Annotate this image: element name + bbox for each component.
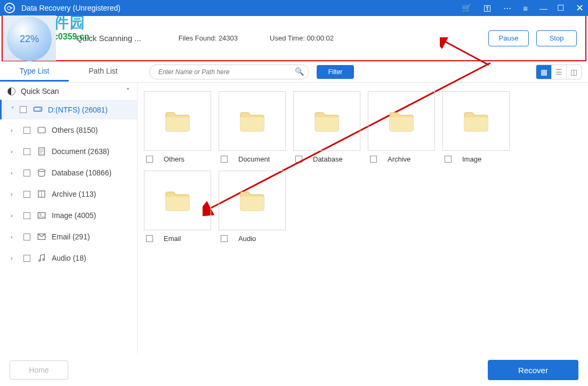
folder-checkbox[interactable] xyxy=(146,156,153,163)
folder-label: Image xyxy=(462,155,481,163)
chevron-right-icon[interactable]: › xyxy=(11,212,20,219)
filter-button[interactable]: Filter xyxy=(317,65,354,79)
tree-item-label: Archive (113) xyxy=(52,190,96,198)
tree-item-label: Document (2638) xyxy=(52,147,109,156)
folder-icon[interactable] xyxy=(368,91,435,151)
category-icon xyxy=(37,211,46,220)
tree-item-checkbox[interactable] xyxy=(23,212,30,219)
folder-checkbox[interactable] xyxy=(445,156,452,163)
tree-item[interactable]: ›Image (4005) xyxy=(0,205,137,226)
sidebar: Quick Scan ˅ ˅ D:(NTFS) (26081) ›Others … xyxy=(0,83,138,363)
tree-item-checkbox[interactable] xyxy=(23,191,30,198)
view-list-icon[interactable]: ☰ xyxy=(551,65,566,79)
svg-point-3 xyxy=(39,109,41,110)
search-input[interactable] xyxy=(149,65,309,79)
folder-icon[interactable] xyxy=(144,171,211,230)
folder-checkbox[interactable] xyxy=(370,156,377,163)
chevron-right-icon[interactable]: › xyxy=(11,148,20,155)
category-icon xyxy=(37,125,46,135)
window-title: Data Recovery (Unregistered) xyxy=(21,4,462,12)
chevron-down-icon[interactable]: ˅ xyxy=(126,87,130,95)
grid-folder[interactable]: Audio xyxy=(219,171,286,243)
tree-item[interactable]: ›Email (291) xyxy=(0,226,137,247)
category-icon xyxy=(37,232,46,242)
folder-label: Document xyxy=(238,155,270,163)
tree-item-label: Image (4005) xyxy=(52,211,96,220)
category-icon xyxy=(37,147,46,156)
tab-path-list[interactable]: Path List xyxy=(69,62,138,82)
key-icon[interactable]: ⚿ xyxy=(484,4,492,13)
tree-item-checkbox[interactable] xyxy=(23,148,30,155)
tree-item[interactable]: ›Database (10866) xyxy=(0,162,137,183)
main-panel: OthersDocumentDatabaseArchiveImageEmailA… xyxy=(138,83,588,363)
tree-item[interactable]: ›Document (2638) xyxy=(0,141,137,162)
view-detail-icon[interactable]: ◫ xyxy=(566,65,581,79)
folder-label: Archive xyxy=(388,155,410,163)
progress-orb: 22% xyxy=(3,15,56,61)
files-found: Files Found: 24303 xyxy=(179,34,238,42)
chevron-right-icon[interactable]: › xyxy=(11,127,20,133)
grid-folder[interactable]: Database xyxy=(293,91,360,163)
pause-button[interactable]: Pause xyxy=(488,30,529,46)
chevron-down-icon[interactable]: ˅ xyxy=(11,106,14,113)
feedback-icon[interactable]: ⋯ xyxy=(503,3,511,13)
grid-folder[interactable]: Image xyxy=(442,91,510,163)
chevron-right-icon[interactable]: › xyxy=(11,191,20,197)
folder-icon[interactable] xyxy=(219,91,286,151)
folder-checkbox[interactable] xyxy=(221,235,228,242)
svg-rect-4 xyxy=(38,127,45,133)
chevron-right-icon[interactable]: › xyxy=(11,170,20,176)
view-grid-icon[interactable]: ▦ xyxy=(536,65,551,79)
quick-scan-label: Quick Scan xyxy=(21,87,59,95)
tab-type-list[interactable]: Type List xyxy=(0,62,69,82)
tree-item[interactable]: ›Others (8150) xyxy=(0,119,137,141)
search-icon[interactable]: 🔍 xyxy=(295,67,304,76)
stop-button[interactable]: Stop xyxy=(536,30,577,46)
used-time: Used Time: 00:00:02 xyxy=(270,34,334,42)
titlebar: ⟳ Data Recovery (Unregistered) 🛒 ⚿ ⋯ ≡ —… xyxy=(0,0,588,16)
tree-item-checkbox[interactable] xyxy=(23,234,30,240)
search-box: 🔍 xyxy=(149,65,309,79)
folder-checkbox[interactable] xyxy=(221,156,228,163)
folder-label: Email xyxy=(164,235,181,243)
tree-item-label: Others (8150) xyxy=(52,126,98,134)
scan-status-bar: 迅载软件园 www.pc0359.cn 22% Quick Scanning .… xyxy=(2,16,586,61)
svg-point-16 xyxy=(43,259,44,260)
folder-icon[interactable] xyxy=(219,171,286,230)
tree-item[interactable]: ›Audio (18) xyxy=(0,247,137,269)
drive-checkbox[interactable] xyxy=(20,106,27,113)
cart-icon[interactable]: 🛒 xyxy=(462,3,472,13)
maximize-button[interactable]: ☐ xyxy=(557,3,564,13)
chevron-right-icon[interactable]: › xyxy=(11,234,20,240)
grid-folder[interactable]: Archive xyxy=(368,91,435,163)
svg-point-15 xyxy=(39,260,41,261)
tree-item-checkbox[interactable] xyxy=(23,127,30,134)
menu-icon[interactable]: ≡ xyxy=(523,4,528,13)
folder-checkbox[interactable] xyxy=(146,235,153,242)
grid-folder[interactable]: Email xyxy=(144,171,211,243)
half-circle-icon xyxy=(7,87,15,95)
tree-quick-scan[interactable]: Quick Scan ˅ xyxy=(0,83,137,100)
home-button[interactable]: Home xyxy=(10,360,68,380)
tree-item-checkbox[interactable] xyxy=(23,170,30,176)
tree-item[interactable]: ›Archive (113) xyxy=(0,183,137,205)
close-button[interactable]: ✕ xyxy=(576,2,584,14)
grid-folder[interactable]: Others xyxy=(144,91,211,163)
tree-item-checkbox[interactable] xyxy=(23,255,30,262)
category-icon xyxy=(37,168,46,178)
drive-icon xyxy=(33,104,43,115)
grid-folder[interactable]: Document xyxy=(219,91,286,163)
tree-drive[interactable]: ˅ D:(NTFS) (26081) xyxy=(0,100,137,119)
folder-icon[interactable] xyxy=(442,91,510,151)
folder-icon[interactable] xyxy=(293,91,360,151)
folder-icon[interactable] xyxy=(144,91,211,151)
sidebar-tabs: Type List Path List xyxy=(0,62,138,82)
svg-point-13 xyxy=(39,214,41,215)
chevron-right-icon[interactable]: › xyxy=(11,255,20,261)
folder-checkbox[interactable] xyxy=(295,156,302,163)
toolbar: Type List Path List 🔍 Filter ▦ ☰ ◫ xyxy=(0,61,588,83)
footer: Home Recover xyxy=(0,354,588,386)
svg-point-9 xyxy=(38,169,45,172)
recover-button[interactable]: Recover xyxy=(488,360,578,380)
minimize-button[interactable]: — xyxy=(539,4,545,13)
